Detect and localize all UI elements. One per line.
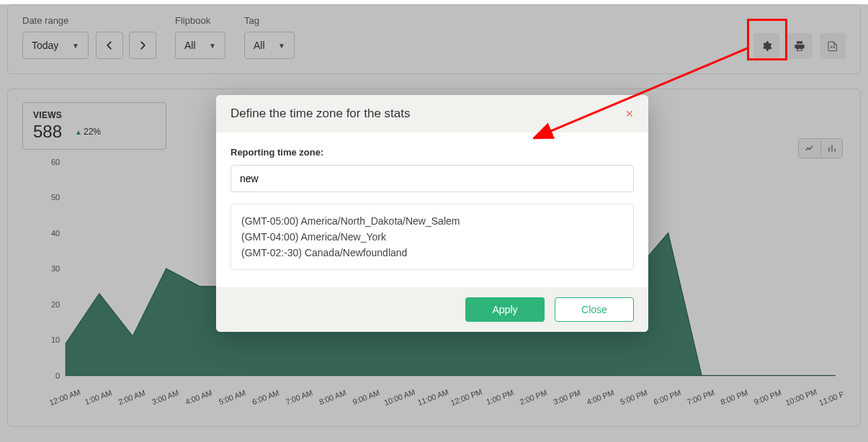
svg-text:8:00 AM: 8:00 AM [318,388,346,406]
bar-chart-icon [827,143,837,153]
svg-text:9:00 PM: 9:00 PM [753,388,782,406]
svg-text:12:00 PM: 12:00 PM [449,387,483,406]
timezone-input[interactable] [231,165,634,192]
svg-text:8:00 PM: 8:00 PM [720,388,749,406]
views-change: ▲ 22% [75,127,101,137]
tag-value: All [254,40,265,51]
timezone-option[interactable]: (GMT-05:00) America/North_Dakota/New_Sal… [241,213,623,229]
svg-text:4:00 PM: 4:00 PM [586,388,615,406]
svg-text:60: 60 [51,158,60,166]
tag-label: Tag [244,15,295,26]
views-label: VIEWS [33,110,156,120]
timezone-option[interactable]: (GMT-02:-30) Canada/Newfoundland [241,245,623,261]
printer-icon [794,40,805,52]
date-range-dropdown[interactable]: Today ▼ [22,32,89,59]
print-button[interactable] [787,33,813,59]
svg-text:50: 50 [51,193,60,202]
svg-text:7:00 AM: 7:00 AM [285,388,313,406]
settings-button[interactable] [753,33,779,59]
timezone-option[interactable]: (GMT-04:00) America/New_York [241,229,623,245]
excel-icon [827,40,838,52]
svg-text:1:00 PM: 1:00 PM [485,388,514,406]
svg-text:3:00 PM: 3:00 PM [552,388,581,406]
caret-down-icon: ▼ [278,42,285,50]
date-range-value: Today [32,40,58,51]
tag-field: Tag All ▼ [244,15,295,59]
modal-close-button[interactable]: ✕ [625,108,634,119]
svg-text:10: 10 [51,335,60,344]
views-stat-card: VIEWS 588 ▲ 22% [22,102,166,150]
svg-text:11:00 PM: 11:00 PM [818,387,843,406]
trend-up-icon: ▲ [75,128,82,136]
modal-header: Define the time zone for the stats ✕ [216,95,648,132]
apply-button[interactable]: Apply [465,297,545,322]
modal-title: Define the time zone for the stats [231,107,410,121]
svg-text:12:00 AM: 12:00 AM [48,387,81,406]
flipbook-dropdown[interactable]: All ▼ [175,32,225,59]
caret-down-icon: ▼ [72,42,79,50]
svg-text:0: 0 [55,371,60,380]
svg-text:10:00 PM: 10:00 PM [784,387,818,406]
svg-text:6:00 PM: 6:00 PM [653,388,682,406]
close-button[interactable]: Close [555,297,634,322]
modal-body: Reporting time zone: (GMT-05:00) America… [216,132,648,287]
svg-text:2:00 AM: 2:00 AM [117,388,146,406]
svg-text:7:00 PM: 7:00 PM [686,388,715,406]
prev-button[interactable] [96,32,123,59]
svg-text:20: 20 [51,300,60,309]
views-change-value: 22% [84,127,101,137]
next-button[interactable] [129,32,156,59]
svg-text:5:00 PM: 5:00 PM [619,388,648,406]
svg-text:1:00 AM: 1:00 AM [84,388,112,406]
svg-text:30: 30 [51,264,60,273]
line-chart-icon [805,143,815,153]
svg-text:3:00 AM: 3:00 AM [151,388,179,406]
chevron-right-icon [138,40,148,50]
export-excel-button[interactable] [820,33,846,59]
svg-text:10:00 AM: 10:00 AM [383,387,416,406]
timezone-options: (GMT-05:00) America/North_Dakota/New_Sal… [231,204,634,270]
modal-footer: Apply Close [216,287,648,332]
svg-text:5:00 AM: 5:00 AM [218,388,246,406]
svg-text:4:00 AM: 4:00 AM [184,388,213,406]
flipbook-field: Flipbook All ▼ [175,15,225,59]
toolbar-actions [753,33,846,59]
filter-bar: Date range Today ▼ Flipbook [7,4,861,74]
views-value: 588 [33,122,62,142]
svg-text:2:00 PM: 2:00 PM [519,388,548,406]
gear-icon [761,40,772,52]
timezone-field-label: Reporting time zone: [231,147,634,158]
flipbook-value: All [184,40,196,51]
tag-dropdown[interactable]: All ▼ [244,32,295,59]
flipbook-label: Flipbook [175,15,225,26]
date-range-field: Date range Today ▼ [22,15,156,59]
svg-text:9:00 AM: 9:00 AM [352,388,380,406]
date-nav-group [96,32,156,59]
chevron-left-icon [104,40,115,50]
svg-text:40: 40 [51,229,60,238]
date-range-label: Date range [22,15,156,26]
timezone-modal: Define the time zone for the stats ✕ Rep… [216,95,648,332]
svg-text:11:00 AM: 11:00 AM [416,387,449,406]
svg-text:6:00 AM: 6:00 AM [251,388,280,406]
caret-down-icon: ▼ [209,42,216,50]
